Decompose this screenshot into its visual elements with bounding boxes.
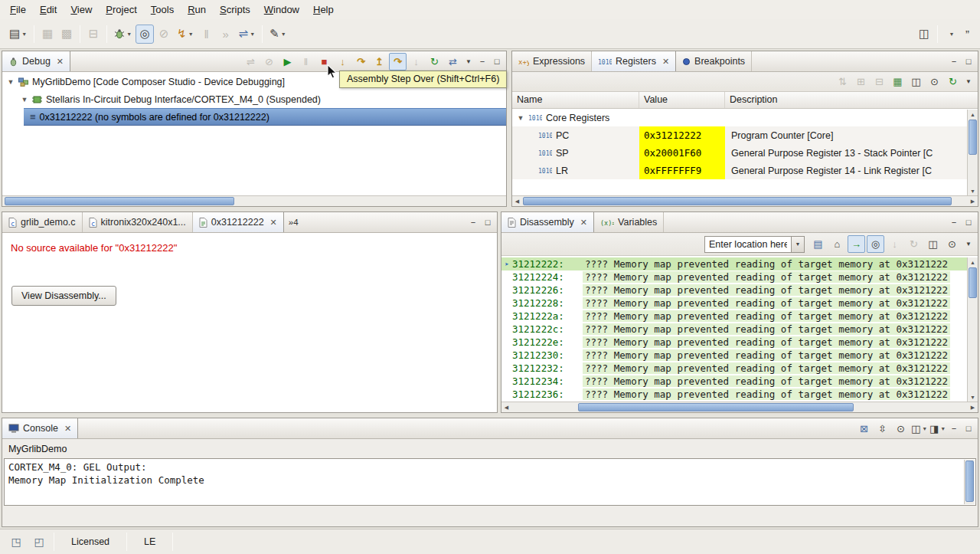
disassembly-row[interactable]: 31212230:???? Memory map prevented readi… bbox=[501, 349, 967, 362]
scrollbar-thumb[interactable] bbox=[969, 267, 977, 298]
scroll-lock-button[interactable]: ⇳ bbox=[874, 420, 891, 438]
target-configurations-button[interactable]: ◎ bbox=[136, 25, 154, 44]
maximize-icon[interactable]: □ bbox=[481, 215, 495, 229]
show-pc-button[interactable]: → bbox=[848, 235, 865, 253]
open-source-button[interactable]: ▤ bbox=[809, 235, 827, 253]
home-button[interactable]: ⌂ bbox=[828, 235, 846, 253]
new-view-button[interactable]: ◫ bbox=[924, 235, 942, 253]
expander-icon[interactable]: ▼ bbox=[7, 78, 15, 86]
toolbar-overflow-indicator[interactable]: ” bbox=[961, 28, 974, 41]
disassembly-row[interactable]: 3121222c:???? Memory map prevented readi… bbox=[501, 323, 967, 336]
disassembly-vertical-scrollbar[interactable]: ▲ ▼ bbox=[967, 257, 978, 402]
scrollbar-thumb[interactable] bbox=[5, 197, 234, 205]
expander-icon[interactable]: ▼ bbox=[517, 114, 524, 122]
debug-button[interactable]: ▼ bbox=[111, 25, 135, 44]
menu-tools[interactable]: Tools bbox=[144, 2, 181, 18]
track-pc-button[interactable]: ◎ bbox=[867, 235, 884, 253]
display-console-dropdown-icon[interactable]: ▼ bbox=[922, 426, 927, 431]
minimize-icon[interactable]: − bbox=[947, 421, 961, 435]
scroll-down-icon[interactable]: ▼ bbox=[968, 186, 978, 195]
editor-tab-0x31212222[interactable]: 0x31212222 ✕ bbox=[193, 212, 284, 232]
register-row-pc[interactable]: 1010 PC 0x31212222 Program Counter [Core… bbox=[512, 126, 978, 144]
disconnect-target-button[interactable]: ⊘ bbox=[155, 25, 173, 44]
export-registers-button[interactable]: ▦ bbox=[889, 73, 906, 90]
number-format-button[interactable]: ⇅ bbox=[834, 73, 851, 90]
remove-register-group-button[interactable]: ⊟ bbox=[871, 73, 888, 90]
resume-all-button[interactable]: » bbox=[217, 25, 235, 44]
disassembly-row[interactable]: ➤ 31212222: ???? Memory map prevented re… bbox=[501, 257, 967, 270]
perspective-menu-chevron[interactable]: ▼ bbox=[942, 25, 960, 44]
scrollbar-thumb[interactable] bbox=[523, 197, 952, 205]
new-view-button[interactable]: ◫ bbox=[907, 73, 925, 90]
disassembly-row[interactable]: 31212228:???? Memory map prevented readi… bbox=[501, 297, 967, 310]
debug-horizontal-scrollbar[interactable] bbox=[2, 195, 506, 206]
tab-variables[interactable]: (x)= Variables bbox=[594, 212, 664, 232]
disassembly-row[interactable]: 3121222e:???? Memory map prevented readi… bbox=[501, 336, 967, 349]
menu-view[interactable]: View bbox=[64, 2, 99, 18]
minimize-icon[interactable]: − bbox=[466, 215, 480, 229]
scroll-down-icon[interactable]: ▼ bbox=[968, 392, 978, 402]
connect-button[interactable]: ⇌▼ bbox=[236, 25, 259, 44]
register-value[interactable]: 0x31212222 bbox=[639, 126, 725, 144]
column-name[interactable]: Name bbox=[512, 92, 639, 108]
assembly-step-into-button[interactable]: ↓ bbox=[407, 53, 425, 70]
save-button[interactable]: ▦ bbox=[38, 25, 57, 44]
location-dropdown-icon[interactable]: ▼ bbox=[791, 237, 804, 252]
display-console-button[interactable]: ◫▼ bbox=[910, 420, 928, 438]
flash-button[interactable]: ↯▼ bbox=[174, 25, 197, 44]
editor-tab-kitronix[interactable]: c kitronix320x240x1... bbox=[83, 212, 193, 232]
register-row-lr[interactable]: 1010 LR 0xFFFFFFF9 General Purpose Regis… bbox=[512, 162, 978, 179]
scrollbar-thumb[interactable] bbox=[578, 403, 854, 411]
console-output[interactable]: CORTEX_M4_0: GEL Output: Memory Map Init… bbox=[4, 458, 976, 506]
maximize-icon[interactable]: □ bbox=[962, 421, 975, 435]
pin-view-button[interactable]: ⊙ bbox=[926, 73, 943, 90]
close-icon[interactable]: ✕ bbox=[580, 218, 587, 228]
debug-view-menu-chevron[interactable]: ▼ bbox=[462, 53, 475, 70]
probe-dropdown-icon[interactable]: ▼ bbox=[281, 31, 286, 37]
disassembly-row[interactable]: 31212224:???? Memory map prevented readi… bbox=[501, 270, 967, 284]
open-perspective-button[interactable]: ◫ bbox=[915, 25, 933, 44]
register-row-sp[interactable]: 1010 SP 0x20001F60 General Purpose Regis… bbox=[512, 144, 978, 162]
flash-dropdown-icon[interactable]: ▼ bbox=[188, 31, 194, 37]
refresh-button[interactable]: ⇄ bbox=[444, 53, 462, 70]
scroll-right-icon[interactable]: ▶ bbox=[968, 196, 978, 206]
scroll-up-icon[interactable]: ▲ bbox=[968, 257, 978, 267]
expander-icon[interactable]: ▼ bbox=[21, 96, 28, 103]
debug-dropdown-icon[interactable]: ▼ bbox=[126, 31, 132, 37]
menu-file[interactable]: File bbox=[3, 2, 33, 18]
tab-console[interactable]: Console ✕ bbox=[2, 418, 78, 438]
scroll-right-icon[interactable]: ▶ bbox=[968, 402, 978, 412]
open-console-button[interactable]: ◨▼ bbox=[929, 420, 946, 438]
disassembly-row[interactable]: 31212236:???? Memory map prevented readi… bbox=[501, 388, 967, 401]
suspend-button[interactable]: ‖ bbox=[297, 53, 315, 70]
step-over-button[interactable]: ↷ bbox=[352, 53, 370, 70]
debug-tree-thread-row[interactable]: ▼ Stellaris In-Circuit Debug Interface/C… bbox=[2, 90, 506, 108]
column-value[interactable]: Value bbox=[639, 92, 725, 108]
maximize-icon[interactable]: □ bbox=[490, 54, 504, 68]
assembly-step-over-button[interactable]: ↷ bbox=[389, 53, 407, 70]
close-icon[interactable]: ✕ bbox=[64, 424, 71, 434]
refresh-registers-button[interactable]: ↻ bbox=[944, 73, 962, 90]
connect-target-button[interactable]: ⇌ bbox=[242, 53, 260, 70]
close-icon[interactable]: ✕ bbox=[57, 57, 64, 67]
step-return-button[interactable]: ↥ bbox=[371, 53, 388, 70]
register-value[interactable]: 0x20001F60 bbox=[639, 144, 725, 162]
scroll-left-icon[interactable]: ◀ bbox=[501, 402, 511, 412]
show-console-trim-icon[interactable]: ◰ bbox=[31, 533, 47, 550]
scroll-up-icon[interactable]: ▲ bbox=[968, 110, 978, 119]
new-dropdown-icon[interactable]: ▼ bbox=[21, 31, 27, 37]
restart-button[interactable]: ↻ bbox=[426, 53, 443, 70]
registers-view-menu-chevron[interactable]: ▼ bbox=[962, 73, 975, 90]
menu-project[interactable]: Project bbox=[99, 2, 143, 18]
minimize-icon[interactable]: − bbox=[947, 54, 961, 68]
save-all-button[interactable]: ▩ bbox=[57, 25, 76, 44]
scroll-left-icon[interactable]: ◀ bbox=[512, 196, 522, 206]
column-description[interactable]: Description bbox=[725, 92, 978, 108]
disassembly-horizontal-scrollbar[interactable]: ◀ ▶ bbox=[501, 402, 978, 412]
open-console-dropdown-icon[interactable]: ▼ bbox=[940, 426, 946, 431]
menu-scripts[interactable]: Scripts bbox=[213, 2, 257, 18]
minimize-icon[interactable]: − bbox=[475, 54, 489, 68]
connect-dropdown-icon[interactable]: ▼ bbox=[250, 31, 255, 37]
clear-console-button[interactable]: ⊠ bbox=[855, 420, 873, 438]
menu-help[interactable]: Help bbox=[306, 2, 341, 18]
